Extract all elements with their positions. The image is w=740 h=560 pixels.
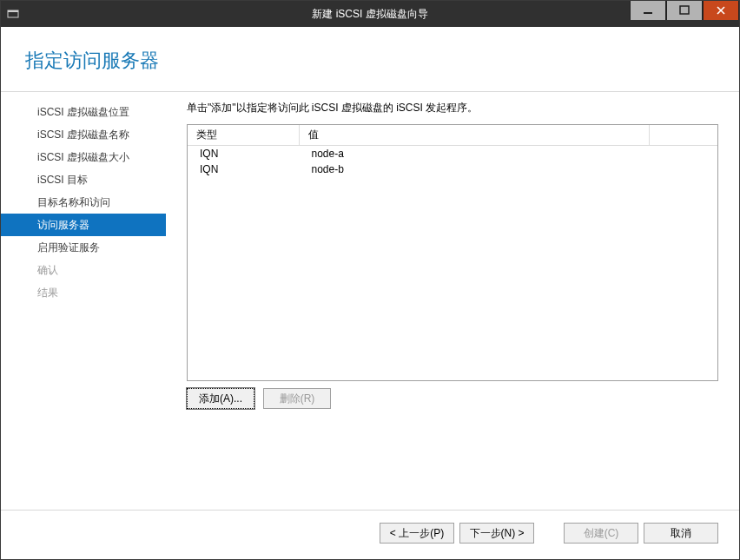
step-target[interactable]: iSCSI 目标 — [1, 168, 166, 191]
page-title: 指定访问服务器 — [25, 48, 715, 74]
wizard-steps: iSCSI 虚拟磁盘位置 iSCSI 虚拟磁盘名称 iSCSI 虚拟磁盘大小 i… — [1, 92, 166, 510]
maximize-button[interactable] — [666, 1, 703, 20]
content-pane: 单击"添加"以指定将访问此 iSCSI 虚拟磁盘的 iSCSI 发起程序。 类型… — [166, 92, 739, 510]
step-access-servers[interactable]: 访问服务器 — [1, 214, 166, 236]
window-title: 新建 iSCSI 虚拟磁盘向导 — [1, 7, 739, 22]
titlebar: 新建 iSCSI 虚拟磁盘向导 — [1, 1, 739, 27]
maximize-icon — [679, 5, 690, 16]
wizard-footer: < 上一步(P) 下一步(N) > 创建(C) 取消 — [1, 510, 739, 559]
column-header-value[interactable]: 值 — [300, 125, 650, 146]
cell-type: IQN — [188, 161, 300, 177]
svg-rect-3 — [680, 6, 689, 14]
footer-gap — [539, 523, 558, 544]
step-disk-location[interactable]: iSCSI 虚拟磁盘位置 — [1, 101, 166, 123]
step-confirm: 确认 — [1, 259, 166, 281]
step-enable-auth[interactable]: 启用验证服务 — [1, 236, 166, 259]
previous-button[interactable]: < 上一步(P) — [380, 523, 454, 544]
svg-rect-1 — [8, 10, 18, 12]
minimize-button[interactable] — [630, 1, 666, 20]
column-header-spacer — [650, 125, 718, 146]
close-button[interactable] — [703, 1, 739, 20]
table-row[interactable]: IQN node-a — [188, 146, 717, 162]
window-controls — [630, 1, 739, 27]
step-disk-size[interactable]: iSCSI 虚拟磁盘大小 — [1, 146, 166, 168]
page-header: 指定访问服务器 — [1, 27, 739, 84]
table-buttons: 添加(A)... 删除(R) — [187, 388, 718, 409]
cancel-button[interactable]: 取消 — [644, 523, 718, 544]
cell-value: node-a — [300, 146, 718, 162]
svg-rect-2 — [644, 12, 652, 14]
column-header-type[interactable]: 类型 — [188, 125, 300, 146]
cell-type: IQN — [188, 146, 300, 162]
close-icon — [716, 5, 726, 16]
cell-value: node-b — [300, 161, 718, 177]
add-button[interactable]: 添加(A)... — [187, 388, 254, 409]
initiators-table[interactable]: 类型 值 IQN node-a IQN node-b — [188, 125, 717, 177]
minimize-icon — [643, 5, 653, 16]
initiators-table-container: 类型 值 IQN node-a IQN node-b — [187, 124, 718, 381]
app-icon — [1, 8, 25, 20]
instruction-text: 单击"添加"以指定将访问此 iSCSI 虚拟磁盘的 iSCSI 发起程序。 — [187, 101, 718, 115]
step-disk-name[interactable]: iSCSI 虚拟磁盘名称 — [1, 123, 166, 146]
wizard-body: iSCSI 虚拟磁盘位置 iSCSI 虚拟磁盘名称 iSCSI 虚拟磁盘大小 i… — [1, 92, 739, 510]
create-button: 创建(C) — [564, 523, 638, 544]
remove-button: 删除(R) — [263, 388, 331, 409]
next-button[interactable]: 下一步(N) > — [459, 523, 534, 544]
table-row[interactable]: IQN node-b — [188, 161, 717, 177]
wizard-window: 新建 iSCSI 虚拟磁盘向导 指定访问服务器 iSCSI 虚拟磁盘位置 iSC… — [0, 0, 740, 560]
step-results: 结果 — [1, 281, 166, 304]
step-target-name[interactable]: 目标名称和访问 — [1, 191, 166, 214]
